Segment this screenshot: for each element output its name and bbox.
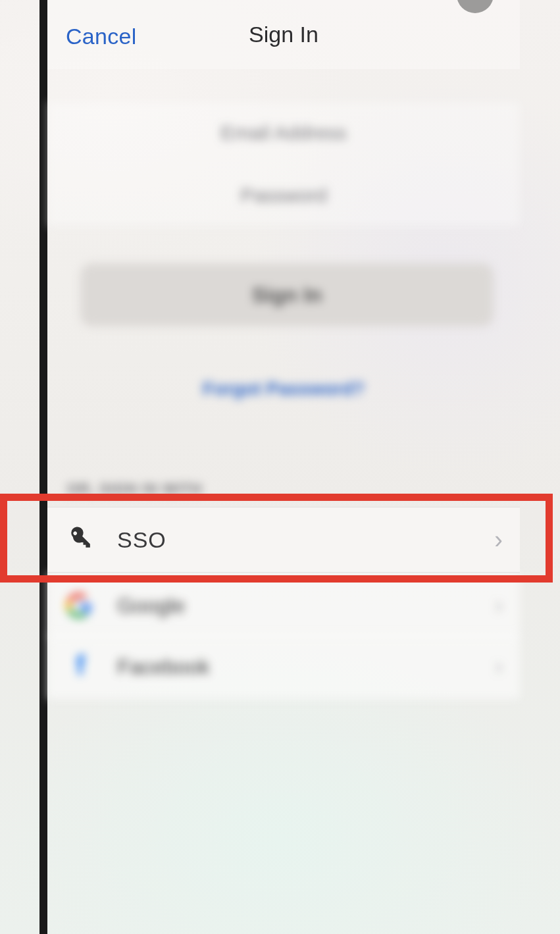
sign-in-button[interactable]: Sign In	[80, 263, 494, 326]
google-label: Google	[117, 594, 495, 618]
password-placeholder: Password	[240, 184, 327, 207]
sso-label: SSO	[117, 527, 494, 553]
credentials-form: Email Address Password	[47, 102, 520, 227]
key-icon	[62, 523, 96, 557]
nav-bar: Cancel Sign In	[47, 0, 520, 69]
facebook-label: Facebook	[117, 655, 495, 679]
email-field[interactable]: Email Address	[47, 102, 520, 165]
sign-in-sso-row[interactable]: SSO ›	[47, 507, 520, 573]
google-icon	[62, 588, 96, 623]
sign-in-facebook-row[interactable]: f Facebook ›	[47, 634, 520, 700]
forgot-password-link[interactable]: Forgot Password?	[47, 378, 520, 400]
page-title: Sign In	[249, 22, 318, 47]
phone-frame: Cancel Sign In Email Address Password Si…	[39, 0, 520, 934]
chevron-right-icon: ›	[494, 526, 503, 554]
chevron-right-icon: ›	[495, 653, 503, 681]
password-field[interactable]: Password	[47, 165, 520, 227]
cancel-button[interactable]: Cancel	[66, 24, 137, 49]
email-placeholder: Email Address	[220, 122, 347, 144]
sign-in-label: Sign In	[252, 283, 322, 307]
alt-signin-label: OR, SIGN IN WITH	[67, 480, 202, 498]
chevron-right-icon: ›	[495, 592, 503, 619]
facebook-icon: f	[62, 650, 96, 684]
sign-in-google-row[interactable]: Google ›	[47, 573, 520, 638]
